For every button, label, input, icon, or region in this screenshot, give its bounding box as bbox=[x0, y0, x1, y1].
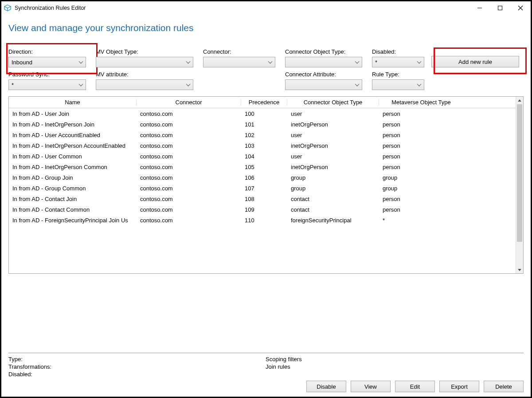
connector-object-type-combo[interactable] bbox=[285, 57, 362, 67]
connector-attribute-label: Connector Attribute: bbox=[285, 71, 362, 78]
grid-scrollbar[interactable] bbox=[516, 97, 523, 273]
cell-connector-object-type: foreignSecurityPrincipal bbox=[287, 217, 379, 224]
cell-metaverse-object-type: * bbox=[379, 217, 463, 224]
col-name[interactable]: Name bbox=[9, 99, 137, 106]
cell-metaverse-object-type: person bbox=[379, 196, 463, 202]
cell-connector: contoso.com bbox=[137, 185, 241, 192]
connector-combo[interactable] bbox=[203, 57, 275, 67]
page-title: View and manage your synchronization rul… bbox=[8, 23, 524, 33]
cell-precedence: 110 bbox=[241, 217, 287, 224]
footer-type: Type: bbox=[8, 356, 266, 363]
view-button[interactable]: View bbox=[351, 381, 391, 392]
cell-name: In from AD - Contact Join bbox=[9, 196, 137, 202]
cell-connector: contoso.com bbox=[137, 121, 241, 128]
mv-attribute-combo[interactable] bbox=[96, 79, 193, 90]
table-row[interactable]: In from AD - Contact Joincontoso.com108c… bbox=[9, 193, 516, 204]
maximize-button[interactable] bbox=[490, 1, 510, 15]
cell-precedence: 101 bbox=[241, 121, 287, 128]
cell-precedence: 108 bbox=[241, 196, 287, 202]
cell-connector-object-type: contact bbox=[287, 196, 379, 202]
table-row[interactable]: In from AD - Group Commoncontoso.com107g… bbox=[9, 183, 516, 193]
direction-label: Direction: bbox=[8, 48, 86, 55]
cell-name: In from AD - InetOrgPerson Common bbox=[9, 164, 137, 170]
disabled-combo[interactable]: * bbox=[372, 57, 424, 67]
cell-connector-object-type: inetOrgPerson bbox=[287, 142, 379, 149]
scroll-down-arrow-icon[interactable] bbox=[516, 266, 523, 273]
cell-connector-object-type: contact bbox=[287, 206, 379, 213]
rules-grid: Name Connector Precedence Connector Obje… bbox=[8, 96, 524, 274]
table-row[interactable]: In from AD - User Commoncontoso.com104us… bbox=[9, 151, 516, 162]
cell-connector: contoso.com bbox=[137, 164, 241, 170]
cell-connector: contoso.com bbox=[137, 196, 241, 202]
footer-disabled: Disabled: bbox=[8, 371, 266, 378]
cell-connector-object-type: user bbox=[287, 110, 379, 117]
cell-connector: contoso.com bbox=[137, 132, 241, 138]
minimize-button[interactable] bbox=[469, 1, 490, 15]
close-button[interactable] bbox=[510, 1, 531, 15]
col-connector-object-type[interactable]: Connector Object Type bbox=[287, 99, 379, 106]
cell-connector: contoso.com bbox=[137, 217, 241, 224]
col-connector[interactable]: Connector bbox=[137, 99, 241, 106]
cell-name: In from AD - User Join bbox=[9, 110, 137, 117]
cell-metaverse-object-type: person bbox=[379, 121, 463, 128]
cell-connector-object-type: inetOrgPerson bbox=[287, 164, 379, 170]
cell-connector: contoso.com bbox=[137, 174, 241, 181]
cell-metaverse-object-type: group bbox=[379, 185, 463, 192]
col-precedence[interactable]: Precedence bbox=[241, 99, 287, 106]
cell-connector-object-type: group bbox=[287, 185, 379, 192]
filters-panel: Direction: Inbound MV Object Type: Conne… bbox=[8, 47, 524, 90]
direction-value: Inbound bbox=[12, 59, 32, 66]
table-row[interactable]: In from AD - InetOrgPerson Commoncontoso… bbox=[9, 162, 516, 172]
table-row[interactable]: In from AD - InetOrgPerson AccountEnable… bbox=[9, 140, 516, 151]
table-row[interactable]: In from AD - ForeignSecurityPrincipal Jo… bbox=[9, 215, 516, 225]
cell-precedence: 105 bbox=[241, 164, 287, 170]
connector-label: Connector: bbox=[203, 48, 275, 55]
edit-button[interactable]: Edit bbox=[395, 381, 435, 392]
cell-connector: contoso.com bbox=[137, 110, 241, 117]
cell-precedence: 103 bbox=[241, 142, 287, 149]
footer: Type: Transformations: Disabled: Scoping… bbox=[8, 353, 524, 392]
cell-metaverse-object-type: person bbox=[379, 110, 463, 117]
cell-name: In from AD - Group Common bbox=[9, 185, 137, 192]
add-new-rule-button[interactable]: Add new rule bbox=[431, 56, 519, 67]
cell-connector: contoso.com bbox=[137, 142, 241, 149]
cell-precedence: 104 bbox=[241, 153, 287, 160]
connector-object-type-label: Connector Object Type: bbox=[285, 48, 362, 55]
footer-join: Join rules bbox=[266, 363, 524, 370]
col-metaverse-object-type[interactable]: Metaverse Object Type bbox=[379, 99, 463, 106]
cell-connector-object-type: user bbox=[287, 153, 379, 160]
cell-name: In from AD - InetOrgPerson AccountEnable… bbox=[9, 142, 137, 149]
table-row[interactable]: In from AD - User Joincontoso.com100user… bbox=[9, 108, 516, 119]
cell-name: In from AD - ForeignSecurityPrincipal Jo… bbox=[9, 217, 137, 224]
rule-type-combo[interactable] bbox=[372, 79, 424, 90]
mv-object-type-combo[interactable] bbox=[96, 57, 193, 67]
mv-object-type-label: MV Object Type: bbox=[96, 48, 193, 55]
cell-name: In from AD - Contact Common bbox=[9, 206, 137, 213]
disabled-label: Disabled: bbox=[372, 48, 424, 55]
connector-attribute-combo[interactable] bbox=[285, 79, 362, 90]
cell-name: In from AD - User AccountEnabled bbox=[9, 132, 137, 138]
cell-connector-object-type: user bbox=[287, 132, 379, 138]
disable-button[interactable]: Disable bbox=[306, 381, 346, 392]
cell-precedence: 102 bbox=[241, 132, 287, 138]
table-row[interactable]: In from AD - InetOrgPerson Joincontoso.c… bbox=[9, 119, 516, 130]
table-row[interactable]: In from AD - User AccountEnabledcontoso.… bbox=[9, 130, 516, 140]
password-sync-value: * bbox=[12, 82, 14, 88]
cell-metaverse-object-type: person bbox=[379, 142, 463, 149]
cell-connector-object-type: group bbox=[287, 174, 379, 181]
scroll-thumb[interactable] bbox=[517, 104, 522, 242]
table-row[interactable]: In from AD - Group Joincontoso.com106gro… bbox=[9, 172, 516, 183]
cell-name: In from AD - Group Join bbox=[9, 174, 137, 181]
direction-combo[interactable]: Inbound bbox=[8, 57, 86, 67]
footer-transformations: Transformations: bbox=[8, 363, 266, 370]
disabled-value: * bbox=[375, 59, 377, 66]
cell-connector: contoso.com bbox=[137, 206, 241, 213]
app-icon bbox=[4, 4, 11, 12]
cell-name: In from AD - User Common bbox=[9, 153, 137, 160]
table-row[interactable]: In from AD - Contact Commoncontoso.com10… bbox=[9, 204, 516, 215]
delete-button[interactable]: Delete bbox=[484, 381, 524, 392]
scroll-up-arrow-icon[interactable] bbox=[516, 97, 523, 104]
export-button[interactable]: Export bbox=[439, 381, 479, 392]
password-sync-combo[interactable]: * bbox=[8, 79, 86, 90]
cell-name: In from AD - InetOrgPerson Join bbox=[9, 121, 137, 128]
